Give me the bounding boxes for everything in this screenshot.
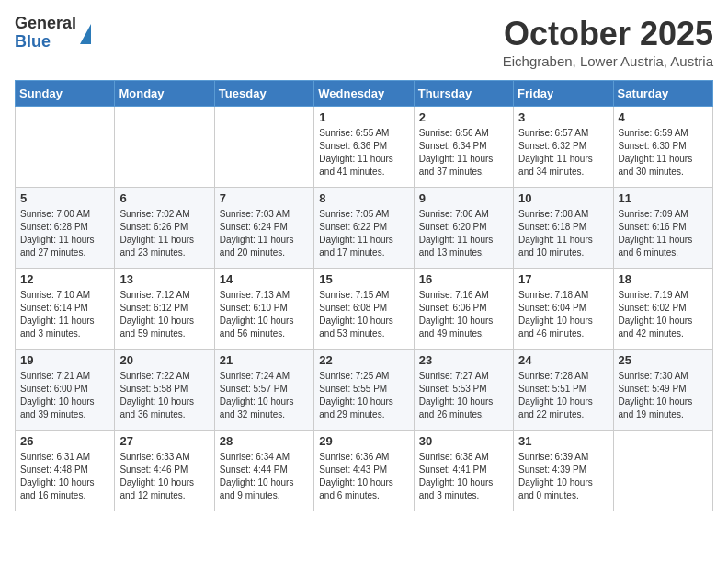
- calendar-cell: 26Sunrise: 6:31 AM Sunset: 4:48 PM Dayli…: [16, 431, 115, 511]
- day-info: Sunrise: 7:06 AM Sunset: 6:20 PM Dayligh…: [419, 208, 508, 259]
- day-number: 24: [518, 353, 608, 367]
- calendar-table: SundayMondayTuesdayWednesdayThursdayFrid…: [15, 80, 713, 511]
- day-number: 3: [518, 110, 608, 124]
- day-info: Sunrise: 6:38 AM Sunset: 4:41 PM Dayligh…: [419, 451, 508, 502]
- day-info: Sunrise: 6:34 AM Sunset: 4:44 PM Dayligh…: [220, 451, 309, 502]
- calendar-cell: 27Sunrise: 6:33 AM Sunset: 4:46 PM Dayli…: [115, 431, 214, 511]
- calendar-cell: [16, 107, 115, 188]
- day-info: Sunrise: 7:25 AM Sunset: 5:55 PM Dayligh…: [319, 370, 408, 421]
- day-info: Sunrise: 7:16 AM Sunset: 6:06 PM Dayligh…: [419, 289, 508, 340]
- weekday-header-thursday: Thursday: [414, 81, 513, 107]
- day-number: 29: [319, 434, 408, 448]
- day-number: 28: [220, 434, 309, 448]
- calendar-cell: 1Sunrise: 6:55 AM Sunset: 6:36 PM Daylig…: [314, 107, 414, 188]
- day-info: Sunrise: 6:57 AM Sunset: 6:32 PM Dayligh…: [518, 127, 608, 178]
- day-info: Sunrise: 7:13 AM Sunset: 6:10 PM Dayligh…: [220, 289, 309, 340]
- day-info: Sunrise: 6:55 AM Sunset: 6:36 PM Dayligh…: [319, 127, 408, 178]
- day-number: 22: [319, 353, 408, 367]
- day-info: Sunrise: 7:22 AM Sunset: 5:58 PM Dayligh…: [119, 370, 209, 421]
- day-info: Sunrise: 7:15 AM Sunset: 6:08 PM Dayligh…: [319, 289, 408, 340]
- logo-general-text: General: [15, 15, 76, 33]
- calendar-cell: 2Sunrise: 6:56 AM Sunset: 6:34 PM Daylig…: [414, 107, 513, 188]
- day-number: 26: [20, 434, 109, 448]
- calendar-week-row: 5Sunrise: 7:00 AM Sunset: 6:28 PM Daylig…: [16, 188, 713, 269]
- day-info: Sunrise: 7:12 AM Sunset: 6:12 PM Dayligh…: [119, 289, 209, 340]
- day-number: 19: [20, 353, 109, 367]
- day-number: 8: [319, 191, 408, 205]
- day-number: 14: [220, 272, 309, 286]
- month-title: October 2025: [503, 15, 713, 53]
- calendar-week-row: 26Sunrise: 6:31 AM Sunset: 4:48 PM Dayli…: [16, 431, 713, 511]
- day-number: 25: [619, 353, 708, 367]
- calendar-cell: [613, 431, 712, 511]
- day-info: Sunrise: 7:09 AM Sunset: 6:16 PM Dayligh…: [619, 208, 708, 259]
- day-number: 16: [419, 272, 508, 286]
- location-text: Eichgraben, Lower Austria, Austria: [503, 53, 713, 69]
- calendar-cell: 4Sunrise: 6:59 AM Sunset: 6:30 PM Daylig…: [613, 107, 712, 188]
- day-number: 9: [419, 191, 508, 205]
- calendar-cell: 13Sunrise: 7:12 AM Sunset: 6:12 PM Dayli…: [115, 269, 214, 350]
- day-number: 27: [119, 434, 209, 448]
- day-info: Sunrise: 7:02 AM Sunset: 6:26 PM Dayligh…: [119, 208, 209, 259]
- day-number: 2: [419, 110, 508, 124]
- calendar-cell: 31Sunrise: 6:39 AM Sunset: 4:39 PM Dayli…: [514, 431, 613, 511]
- logo: General Blue: [15, 15, 91, 52]
- calendar-cell: 30Sunrise: 6:38 AM Sunset: 4:41 PM Dayli…: [414, 431, 513, 511]
- day-number: 23: [419, 353, 508, 367]
- day-number: 7: [220, 191, 309, 205]
- calendar-cell: 6Sunrise: 7:02 AM Sunset: 6:26 PM Daylig…: [115, 188, 214, 269]
- day-info: Sunrise: 7:18 AM Sunset: 6:04 PM Dayligh…: [518, 289, 608, 340]
- calendar-cell: 29Sunrise: 6:36 AM Sunset: 4:43 PM Dayli…: [314, 431, 414, 511]
- weekday-header-friday: Friday: [514, 81, 613, 107]
- calendar-week-row: 19Sunrise: 7:21 AM Sunset: 6:00 PM Dayli…: [16, 350, 713, 431]
- weekday-header-row: SundayMondayTuesdayWednesdayThursdayFrid…: [16, 81, 713, 107]
- calendar-cell: 23Sunrise: 7:27 AM Sunset: 5:53 PM Dayli…: [414, 350, 513, 431]
- day-info: Sunrise: 7:21 AM Sunset: 6:00 PM Dayligh…: [20, 370, 109, 421]
- calendar-cell: 7Sunrise: 7:03 AM Sunset: 6:24 PM Daylig…: [214, 188, 313, 269]
- logo-blue-text: Blue: [15, 33, 76, 52]
- calendar-week-row: 1Sunrise: 6:55 AM Sunset: 6:36 PM Daylig…: [16, 107, 713, 188]
- weekday-header-wednesday: Wednesday: [314, 81, 414, 107]
- calendar-cell: 15Sunrise: 7:15 AM Sunset: 6:08 PM Dayli…: [314, 269, 414, 350]
- day-number: 31: [518, 434, 608, 448]
- day-info: Sunrise: 7:24 AM Sunset: 5:57 PM Dayligh…: [220, 370, 309, 421]
- calendar-cell: 20Sunrise: 7:22 AM Sunset: 5:58 PM Dayli…: [115, 350, 214, 431]
- day-number: 12: [20, 272, 109, 286]
- calendar-cell: [115, 107, 214, 188]
- title-area: October 2025 Eichgraben, Lower Austria, …: [503, 15, 713, 69]
- calendar-cell: 10Sunrise: 7:08 AM Sunset: 6:18 PM Dayli…: [514, 188, 613, 269]
- day-number: 21: [220, 353, 309, 367]
- calendar-cell: 3Sunrise: 6:57 AM Sunset: 6:32 PM Daylig…: [514, 107, 613, 188]
- calendar-cell: 14Sunrise: 7:13 AM Sunset: 6:10 PM Dayli…: [214, 269, 313, 350]
- day-number: 15: [319, 272, 408, 286]
- day-number: 18: [619, 272, 708, 286]
- day-number: 5: [20, 191, 109, 205]
- day-info: Sunrise: 6:59 AM Sunset: 6:30 PM Dayligh…: [619, 127, 708, 178]
- day-info: Sunrise: 6:33 AM Sunset: 4:46 PM Dayligh…: [119, 451, 209, 502]
- day-number: 30: [419, 434, 508, 448]
- day-number: 17: [518, 272, 608, 286]
- day-info: Sunrise: 7:05 AM Sunset: 6:22 PM Dayligh…: [319, 208, 408, 259]
- day-number: 4: [619, 110, 708, 124]
- day-number: 20: [119, 353, 209, 367]
- calendar-cell: 24Sunrise: 7:28 AM Sunset: 5:51 PM Dayli…: [514, 350, 613, 431]
- calendar-cell: 12Sunrise: 7:10 AM Sunset: 6:14 PM Dayli…: [16, 269, 115, 350]
- weekday-header-tuesday: Tuesday: [214, 81, 313, 107]
- calendar-week-row: 12Sunrise: 7:10 AM Sunset: 6:14 PM Dayli…: [16, 269, 713, 350]
- calendar-cell: 22Sunrise: 7:25 AM Sunset: 5:55 PM Dayli…: [314, 350, 414, 431]
- day-info: Sunrise: 6:36 AM Sunset: 4:43 PM Dayligh…: [319, 451, 408, 502]
- calendar-cell: 19Sunrise: 7:21 AM Sunset: 6:00 PM Dayli…: [16, 350, 115, 431]
- calendar-cell: 17Sunrise: 7:18 AM Sunset: 6:04 PM Dayli…: [514, 269, 613, 350]
- logo-triangle-icon: [80, 24, 91, 44]
- page-header: General Blue October 2025 Eichgraben, Lo…: [15, 15, 713, 69]
- day-info: Sunrise: 7:03 AM Sunset: 6:24 PM Dayligh…: [220, 208, 309, 259]
- day-info: Sunrise: 6:56 AM Sunset: 6:34 PM Dayligh…: [419, 127, 508, 178]
- day-info: Sunrise: 7:08 AM Sunset: 6:18 PM Dayligh…: [518, 208, 608, 259]
- weekday-header-sunday: Sunday: [16, 81, 115, 107]
- calendar-cell: 5Sunrise: 7:00 AM Sunset: 6:28 PM Daylig…: [16, 188, 115, 269]
- calendar-cell: [214, 107, 313, 188]
- day-number: 1: [319, 110, 408, 124]
- day-info: Sunrise: 6:39 AM Sunset: 4:39 PM Dayligh…: [518, 451, 608, 502]
- day-info: Sunrise: 7:28 AM Sunset: 5:51 PM Dayligh…: [518, 370, 608, 421]
- calendar-cell: 28Sunrise: 6:34 AM Sunset: 4:44 PM Dayli…: [214, 431, 313, 511]
